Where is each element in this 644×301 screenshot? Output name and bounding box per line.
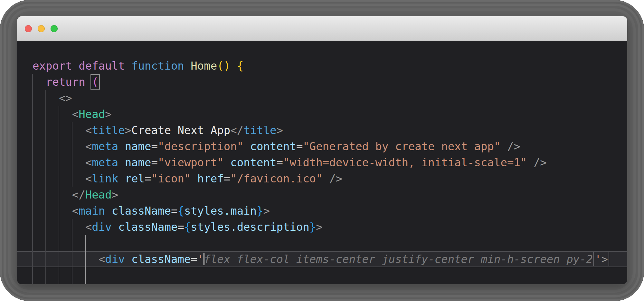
code-line[interactable]: export default function Home() { [33, 58, 627, 74]
code-token: = [151, 140, 158, 153]
code-token: return [46, 75, 85, 88]
code-token [125, 253, 131, 266]
code-token [85, 75, 92, 88]
code-line[interactable]: <main className={styles.main}> [33, 203, 627, 219]
code-token: /> [534, 156, 547, 169]
code-token: { [184, 220, 191, 233]
code-token: < [72, 204, 79, 217]
code-token: className [112, 204, 171, 217]
code-token: < [72, 108, 79, 121]
code-token: = [145, 172, 151, 185]
code-token: </ [230, 124, 243, 137]
code-token [33, 188, 72, 201]
code-line[interactable]: <meta name="description" content="Genera… [33, 138, 627, 154]
code-token: > [263, 204, 270, 217]
code-token: "/favicon.ico" [230, 172, 323, 185]
code-token: = [171, 204, 177, 217]
code-line[interactable]: </Head> [33, 187, 627, 203]
code-token: Home [191, 59, 217, 72]
code-line[interactable]: <Head> [33, 106, 627, 122]
ghost-boundary-bar [593, 252, 594, 266]
code-token: "width=device-width, initial-scale=1" [283, 156, 527, 169]
code-token: div [105, 253, 125, 266]
screenshot-stage: export default function Home() { return … [0, 0, 644, 301]
code-token: = [191, 253, 197, 266]
code-token: ( [92, 75, 98, 88]
ghost-boundary-bar [609, 252, 609, 266]
code-area[interactable]: export default function Home() { return … [17, 41, 627, 284]
code-token [243, 140, 250, 153]
code-token: title [243, 124, 276, 137]
code-line[interactable]: <meta name="viewport" content="width=dev… [33, 154, 627, 170]
code-token: function [131, 59, 184, 72]
code-token: export default [33, 59, 125, 72]
code-token [33, 92, 59, 104]
code-token: < [99, 253, 105, 266]
code-token: </ [72, 188, 85, 201]
code-token: > [105, 108, 111, 121]
code-line[interactable]: <div className={styles.description}> [33, 219, 627, 235]
code-line[interactable]: <title>Create Next App</title> [33, 122, 627, 138]
code-token: { [177, 204, 184, 217]
code-token: ' [197, 253, 204, 266]
code-lines: export default function Home() { return … [17, 41, 627, 267]
code-token: = [224, 172, 230, 185]
code-token: > [276, 124, 283, 137]
code-token: /> [329, 172, 342, 185]
code-token: Head [79, 108, 105, 121]
window-titlebar[interactable] [17, 16, 627, 41]
code-token [33, 220, 85, 233]
code-token: () [217, 59, 230, 72]
code-token: meta [92, 156, 118, 169]
code-token: > [316, 220, 322, 233]
code-token: <> [59, 92, 72, 104]
ghost-suggestion-text: flex flex-col items-center justify-cente… [204, 253, 593, 266]
code-token: < [85, 220, 92, 233]
code-token: styles.main [184, 204, 257, 217]
code-line[interactable] [33, 235, 627, 251]
code-token: < [85, 172, 92, 185]
code-token: link [92, 172, 118, 185]
code-token [527, 156, 533, 169]
code-token: title [92, 124, 125, 137]
code-token: = [276, 156, 283, 169]
code-token: Create Next App [131, 124, 230, 137]
code-token: { [237, 59, 243, 72]
code-token: className [118, 220, 177, 233]
code-token: ' [595, 253, 601, 266]
code-token: href [197, 172, 224, 185]
code-token: < [85, 156, 92, 169]
code-token [112, 220, 118, 233]
code-token: className [131, 253, 191, 266]
zoom-button[interactable] [51, 25, 58, 32]
code-token: } [309, 220, 316, 233]
code-token: > [112, 188, 118, 201]
code-token [105, 204, 111, 217]
code-token: } [257, 204, 263, 217]
code-token: "viewport" [158, 156, 224, 169]
background-frame: export default function Home() { return … [0, 0, 644, 301]
code-token [33, 204, 72, 217]
code-token: > [125, 124, 131, 137]
code-token: "description" [158, 140, 243, 153]
code-line[interactable]: <> [33, 90, 627, 106]
code-token: /> [507, 140, 520, 153]
code-token: content [250, 140, 296, 153]
editor-window: export default function Home() { return … [17, 16, 627, 284]
code-token [33, 75, 46, 88]
close-button[interactable] [25, 25, 32, 32]
minimize-button[interactable] [38, 25, 45, 32]
code-line[interactable]: <link rel="icon" href="/favicon.ico" /> [33, 170, 627, 187]
code-token [33, 140, 85, 153]
code-token [118, 156, 125, 169]
code-token [118, 172, 125, 185]
code-token: content [230, 156, 276, 169]
code-token: > [601, 253, 608, 266]
code-token [230, 59, 237, 72]
code-token [33, 172, 85, 185]
code-token [33, 108, 72, 121]
code-token [118, 140, 125, 153]
code-token: meta [92, 140, 118, 153]
current-code-line[interactable]: <div className='flex flex-col items-cent… [17, 251, 627, 267]
code-line[interactable]: return ( [33, 74, 627, 90]
